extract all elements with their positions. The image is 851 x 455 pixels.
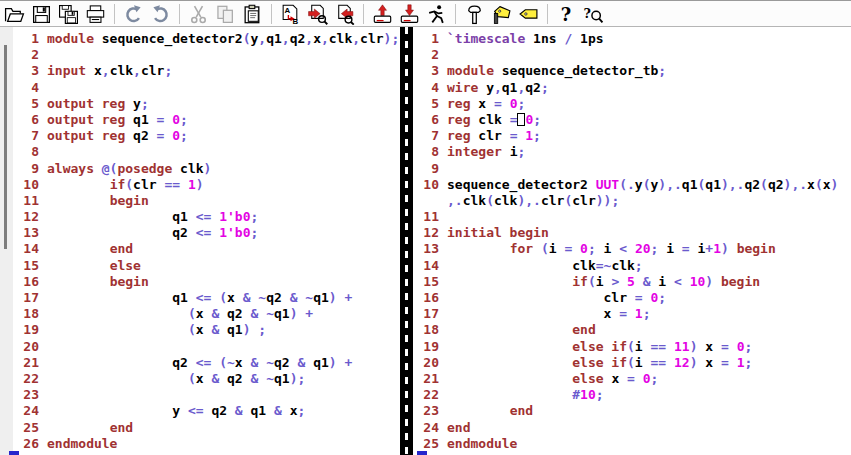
line-number: 3: [415, 63, 439, 79]
code-segment: <: [674, 274, 690, 289]
code-segment: (: [243, 31, 251, 46]
code-line: 22 #10;: [415, 387, 851, 403]
tag-button[interactable]: [515, 2, 542, 26]
scrollbar-thumb[interactable]: [4, 45, 7, 249]
code-segment: reg: [447, 96, 478, 111]
code-segment: clk: [110, 63, 133, 78]
code-segment: ==: [651, 355, 674, 370]
code-segment: [47, 371, 188, 386]
help-search-button[interactable]: ?: [580, 2, 607, 26]
source-pane-left[interactable]: 1module sequence_detector2(y,q1,q2,x,clk…: [13, 27, 400, 455]
code-segment: & ~: [290, 290, 313, 305]
check-out-button[interactable]: [396, 2, 423, 26]
code-segment: input: [47, 63, 94, 78]
code-line: 8integer i;: [415, 144, 851, 160]
code-segment: ,: [133, 63, 141, 78]
scroll-fragment-right: [417, 451, 427, 455]
code-segment: q2: [768, 177, 784, 192]
line-number: 22: [15, 371, 39, 387]
code-line: 5reg x = 0;: [415, 96, 851, 112]
code-segment: ): [831, 177, 839, 192]
svg-text:A: A: [284, 6, 290, 15]
pane-divider[interactable]: [400, 27, 413, 455]
code-segment: [447, 403, 510, 418]
code-segment: clk: [494, 193, 517, 208]
code-segment: q2: [133, 128, 156, 143]
code-segment: 1: [188, 177, 196, 192]
line-number: [415, 193, 439, 209]
code-line: 6reg clk =0;: [415, 112, 851, 128]
find-replace-button[interactable]: AB: [277, 2, 304, 26]
code-segment: ;: [658, 290, 666, 305]
code-segment: =: [157, 112, 173, 127]
help-button[interactable]: ?: [553, 2, 580, 26]
tag-build-button[interactable]: [488, 2, 515, 26]
line-number: 25: [15, 420, 39, 436]
code-segment: i: [596, 274, 612, 289]
find-backward-button[interactable]: [331, 2, 358, 26]
code-segment: q1: [502, 80, 518, 95]
code-segment: 1: [525, 128, 533, 143]
find-forward-button[interactable]: [304, 2, 331, 26]
code-segment: endmodule: [47, 436, 117, 451]
line-number: 8: [15, 144, 39, 160]
undo-button[interactable]: [120, 2, 147, 26]
open-button[interactable]: [1, 2, 28, 26]
code-line: 25endmodule: [415, 436, 851, 452]
code-segment: ),.: [721, 177, 744, 192]
code-segment: clr: [572, 193, 595, 208]
code-segment: x: [478, 96, 494, 111]
code-segment: UUT: [596, 177, 619, 192]
code-text: end: [47, 420, 133, 436]
code-text: #10;: [447, 387, 604, 403]
code-segment: ;: [596, 387, 604, 402]
code-segment: ;: [251, 225, 259, 240]
source-pane-right[interactable]: 1`timescale 1ns / 1ps23module sequence_d…: [413, 27, 851, 455]
save-button[interactable]: [28, 2, 55, 26]
line-number: 22: [415, 387, 439, 403]
redo-button[interactable]: [147, 2, 174, 26]
code-segment: 12: [674, 355, 690, 370]
code-line: 16 begin: [15, 274, 400, 290]
toolbar-separator: [271, 4, 272, 24]
code-text: wire y,q1,q2;: [447, 80, 549, 96]
save-all-button[interactable]: [55, 2, 82, 26]
code-segment: ): [690, 339, 706, 354]
code-text: reg clk =0;: [447, 112, 541, 128]
check-in-button[interactable]: [369, 2, 396, 26]
code-segment: =: [510, 128, 526, 143]
redo-icon: [150, 4, 171, 25]
code-line: 21 else x = 0;: [415, 371, 851, 387]
code-line: 17 x = 1;: [415, 306, 851, 322]
code-segment: >: [611, 274, 627, 289]
line-number: 18: [15, 306, 39, 322]
code-text: (x & q1) ;: [47, 322, 266, 338]
code-segment: i: [635, 355, 651, 370]
line-number: 19: [415, 339, 439, 355]
line-number: 14: [415, 258, 439, 274]
code-line: 23: [15, 387, 400, 403]
code-segment: x: [823, 177, 831, 192]
code-text: module sequence_detector_tb;: [447, 63, 666, 79]
code-segment: sequence_detector_tb: [502, 63, 659, 78]
code-segment: ) +: [290, 306, 313, 321]
code-line: 2: [415, 47, 851, 63]
code-segment: 0: [172, 128, 180, 143]
code-segment: & ~: [251, 355, 274, 370]
code-segment: ,: [494, 80, 502, 95]
code-segment: i: [549, 241, 565, 256]
line-number: 6: [15, 112, 39, 128]
code-segment: ,: [102, 63, 110, 78]
code-segment: ;: [533, 112, 541, 127]
code-segment: i: [635, 339, 651, 354]
run-button[interactable]: [423, 2, 450, 26]
code-text: q1 <= 1'b0;: [47, 209, 258, 225]
code-segment: begin: [110, 193, 149, 208]
line-number: 21: [415, 371, 439, 387]
code-segment: ));: [596, 193, 619, 208]
code-segment: posedge: [117, 161, 180, 176]
code-line: 15 if(i > 5 & i < 10) begin: [415, 274, 851, 290]
build-button[interactable]: [461, 2, 488, 26]
print-button[interactable]: [82, 2, 109, 26]
paste-button[interactable]: [239, 2, 266, 26]
